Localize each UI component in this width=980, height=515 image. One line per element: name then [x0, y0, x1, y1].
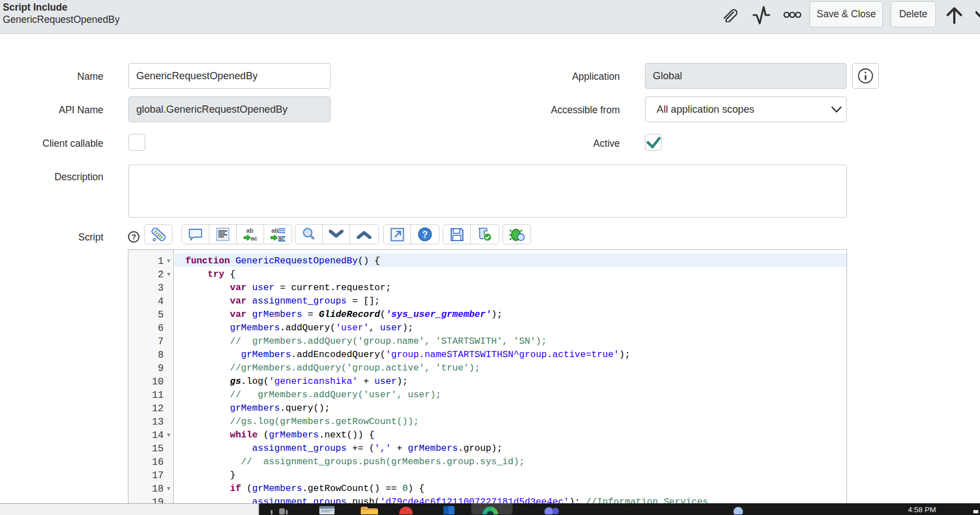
svg-text:?: ?	[422, 230, 428, 239]
svg-text:?: ?	[131, 233, 136, 241]
svg-text:ac: ac	[251, 235, 257, 242]
svg-text:ab: ab	[246, 227, 254, 234]
svg-text:ab: ab	[271, 227, 279, 234]
